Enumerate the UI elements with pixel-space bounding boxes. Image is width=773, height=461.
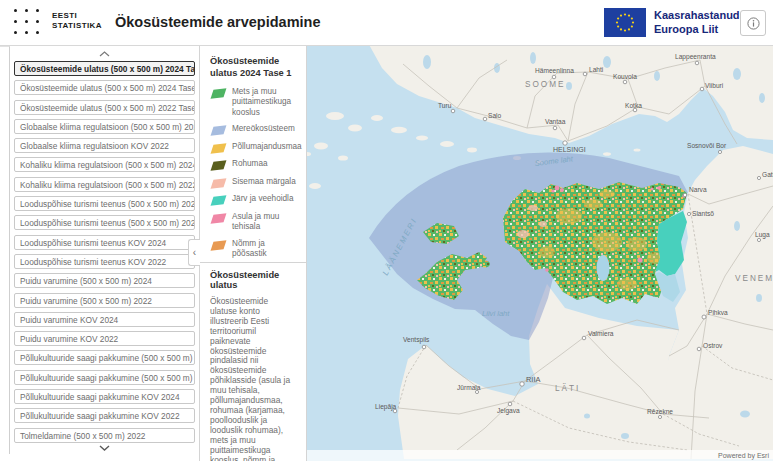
legend-swatch — [211, 240, 227, 250]
layer-item[interactable]: Tolmeldamine (500 x 500 m) 2022 — [14, 428, 195, 443]
layer-item[interactable]: Ökosüsteemide ulatus (500 x 500 m) 2024 … — [14, 61, 195, 76]
svg-text:Lappeenranta: Lappeenranta — [675, 53, 716, 61]
layer-item[interactable]: Põllukultuuride saagi pakkumine KOV 2024 — [14, 389, 195, 404]
svg-text:Lahti: Lahti — [589, 66, 604, 73]
statistics-estonia-logo: EESTI STATISTIKA — [13, 7, 102, 35]
layer-item[interactable]: Looduspõhise turismi teenus (500 x 500 m… — [14, 215, 195, 230]
layer-item[interactable]: Puidu varumine (500 x 500 m) 2022 — [14, 293, 195, 308]
svg-text:Turu: Turu — [438, 102, 452, 109]
layer-item[interactable]: Põllukultuuride saagi pakkumine (500 x 5… — [14, 370, 195, 385]
legend-swatch — [211, 161, 227, 171]
legend-panel: ‹ Ökosüsteemide ulatus 2024 Tase 1 Mets … — [199, 46, 307, 461]
svg-text:RIIA: RIIA — [526, 375, 540, 384]
info-button[interactable] — [740, 10, 766, 36]
legend-swatch — [211, 88, 227, 98]
legend-item: Sisemaa märgala — [210, 177, 298, 188]
svg-text:Narva: Narva — [689, 186, 707, 193]
legend-item: Asula ja muu tehisala — [210, 212, 298, 233]
svg-text:HELSINGI: HELSINGI — [553, 146, 586, 153]
legend-item: Rohumaa — [210, 159, 298, 170]
layer-item[interactable]: Ökosüsteemide ulatus (500 x 500 m) 2024 … — [14, 80, 195, 95]
layer-item[interactable]: Looduspõhise turismi teenus KOV 2024 — [14, 235, 195, 250]
svg-text:Slantsõ: Slantsõ — [692, 210, 714, 217]
chevron-left-icon: ‹ — [193, 247, 196, 258]
layer-item[interactable]: Looduspõhise turismi teenus KOV 2022 — [14, 254, 195, 269]
layer-item[interactable]: Kohaliku kliima regulatsioon (500 x 500 … — [14, 157, 195, 172]
lake-vortsjarv — [597, 255, 610, 281]
layer-list-panel: Ökosüsteemide ulatus (500 x 500 m) 2024 … — [10, 46, 199, 454]
svg-text:Rēzekne: Rēzekne — [647, 408, 673, 415]
legend-swatch — [211, 126, 227, 136]
svg-text:VENEMAA: VENEMAA — [735, 274, 773, 283]
logo-text: EESTI STATISTIKA — [52, 11, 102, 30]
eu-text: Kaasrahastanud Euroopa Liit — [654, 9, 740, 37]
legend-item: Mereökosüsteem — [210, 124, 298, 135]
svg-text:Ostrov: Ostrov — [703, 342, 723, 349]
layer-item[interactable]: Kohaliku kliima regulatsioon (500 x 500 … — [14, 177, 195, 192]
logo-dots-icon — [13, 7, 43, 35]
chevron-up-icon — [99, 51, 110, 57]
layer-item[interactable]: Põllukultuuride saagi pakkumine KOV 2022 — [14, 408, 195, 423]
legend-swatch — [211, 143, 227, 153]
layer-item[interactable]: Globaalse kliima regulatsioon KOV 2022 — [14, 138, 195, 153]
powered-by-esri: Powered by Esri — [718, 452, 769, 459]
legend-swatch — [211, 213, 227, 223]
svg-text:Jūrmala: Jūrmala — [457, 384, 481, 391]
legend-swatch — [211, 178, 227, 188]
layer-item[interactable]: Puidu varumine (500 x 500 m) 2024 — [14, 273, 195, 288]
scroll-down-button[interactable] — [14, 443, 195, 454]
svg-text:Ventspils: Ventspils — [403, 336, 430, 344]
svg-text:Liivi laht: Liivi laht — [482, 309, 510, 318]
eu-cofunding-banner: Kaasrahastanud Euroopa Liit — [604, 8, 740, 37]
scroll-up-button[interactable] — [14, 48, 195, 60]
svg-text:Salo: Salo — [488, 112, 502, 119]
layer-items: Ökosüsteemide ulatus (500 x 500 m) 2024 … — [14, 61, 195, 443]
legend-title: Ökosüsteemide ulatus 2024 Tase 1 — [210, 55, 298, 79]
layer-item[interactable]: Puidu varumine KOV 2022 — [14, 331, 195, 346]
svg-text:Kotka: Kotka — [625, 102, 642, 109]
legend-item: Mets ja muu puittaimestikuga kooslus — [210, 87, 298, 118]
app-window: EESTI STATISTIKA Ökosüsteemide arvepidam… — [0, 0, 773, 461]
svg-text:Pihkva: Pihkva — [708, 309, 728, 316]
header: EESTI STATISTIKA Ökosüsteemide arvepidam… — [0, 0, 773, 46]
info-circle-icon — [747, 17, 760, 30]
legend-item: Järv ja veehoidla — [210, 194, 298, 205]
legend-item: Põllumajandusmaa — [210, 142, 298, 153]
description-title: Ökosüsteemide ulatus — [210, 270, 297, 290]
legend-section: Ökosüsteemide ulatus 2024 Tase 1 Mets ja… — [200, 46, 306, 262]
map-attribution: Powered by Esri — [307, 450, 773, 461]
eu-flag-icon — [604, 8, 646, 37]
collapsed-panel-strip[interactable] — [0, 46, 10, 454]
legend-swatch — [211, 196, 227, 206]
chevron-down-icon — [99, 445, 110, 451]
description-body: Ökosüsteemide ulatuse konto illustreerib… — [210, 297, 297, 461]
svg-text:Sosnovõi Bor: Sosnovõi Bor — [687, 142, 727, 149]
layer-item[interactable]: Globaalse kliima regulatsioon (500 x 500… — [14, 119, 195, 134]
svg-text:Gattšina: Gattšina — [762, 171, 773, 178]
svg-text:Jelgava: Jelgava — [497, 407, 520, 415]
panel-collapse-button[interactable]: ‹ — [188, 239, 200, 266]
layer-item[interactable]: Puidu varumine KOV 2024 — [14, 312, 195, 327]
map-canvas[interactable]: SOOME VENEMAA LÄTI Hämeenlinna Lahti Kou… — [307, 46, 773, 461]
estonia-muhu-raster — [480, 261, 490, 268]
svg-text:Valmiera: Valmiera — [588, 330, 614, 337]
svg-text:Hämeenlinna: Hämeenlinna — [535, 67, 574, 74]
svg-text:Viiburi: Viiburi — [705, 82, 724, 89]
svg-text:LÄTI: LÄTI — [555, 383, 580, 393]
svg-text:Liepāja: Liepāja — [375, 403, 397, 411]
legend-item: Nõmm ja põõsastik — [210, 239, 298, 260]
svg-text:SOOME: SOOME — [525, 80, 565, 89]
page-title: Ökosüsteemide arvepidamine — [115, 14, 321, 30]
svg-text:Luga: Luga — [755, 231, 770, 239]
layer-item[interactable]: Looduspõhise turismi teenus (500 x 500 m… — [14, 196, 195, 211]
svg-text:Kouvola: Kouvola — [613, 73, 637, 80]
layer-item[interactable]: Põllukultuuride saagi pakkumine (500 x 5… — [14, 350, 195, 365]
layer-item[interactable]: Ökosüsteemide ulatus (500 x 500 m) 2022 … — [14, 100, 195, 115]
map-svg: SOOME VENEMAA LÄTI Hämeenlinna Lahti Kou… — [307, 46, 773, 461]
svg-text:Vantaa: Vantaa — [545, 118, 566, 125]
layer-description-section[interactable]: Ökosüsteemide ulatus Ökosüsteemide ulatu… — [200, 262, 306, 461]
